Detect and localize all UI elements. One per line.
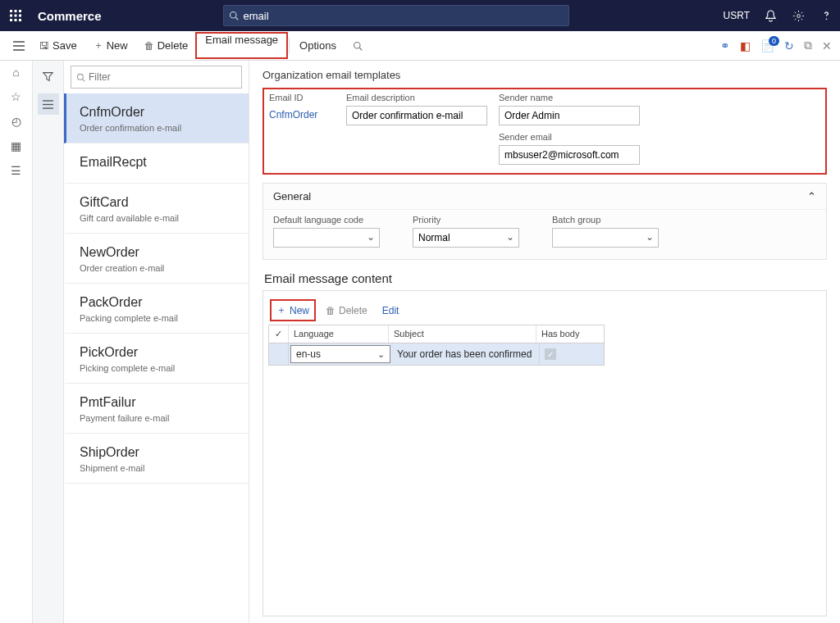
filter-input[interactable] [89, 71, 236, 83]
svg-line-17 [359, 48, 362, 50]
list-item[interactable]: EmailRecpt [64, 143, 249, 184]
list-item[interactable]: PmtFailurPayment failure e-mail [64, 384, 249, 434]
chevron-down-icon[interactable]: ⌄ [377, 349, 385, 360]
general-section: General ⌃ Default language code Priority… [262, 183, 827, 260]
help-icon[interactable] [812, 10, 840, 22]
item-name: GiftCard [80, 195, 235, 210]
email-content-frame: ＋New 🗑Delete Edit ✓ Language Subject Has… [262, 290, 827, 616]
email-desc-input[interactable] [346, 106, 487, 125]
list-item[interactable]: PackOrderPacking complete e-mail [64, 284, 249, 334]
lang-code-select[interactable] [273, 228, 380, 248]
list-item[interactable]: ShipOrderShipment e-mail [64, 434, 249, 484]
action-search-button[interactable] [345, 31, 371, 60]
table-row[interactable]: en-us⌄ Your order has been confirmed ✓ [269, 343, 604, 365]
options-label: Options [299, 39, 336, 52]
item-desc: Order confirmation e-mail [80, 123, 235, 133]
popout-icon[interactable]: ⧉ [804, 39, 812, 52]
nav-toggle-icon[interactable] [7, 31, 31, 60]
item-name: PmtFailur [80, 395, 235, 410]
item-desc: Gift card available e-mail [80, 213, 235, 223]
svg-point-9 [230, 12, 236, 19]
col-language[interactable]: Language [289, 325, 389, 343]
divider [289, 38, 290, 53]
workspace-icon[interactable]: ▦ [11, 139, 21, 152]
svg-rect-0 [10, 10, 12, 12]
svg-rect-8 [19, 19, 21, 21]
settings-icon[interactable] [784, 10, 812, 22]
svg-rect-5 [19, 15, 21, 17]
email-id-value[interactable]: CnfmOrder [269, 106, 335, 121]
svg-point-21 [77, 74, 83, 80]
row-select[interactable] [269, 343, 289, 365]
priority-label: Priority [413, 215, 519, 225]
office-icon[interactable]: ◧ [740, 39, 751, 52]
list-view-icon[interactable] [38, 93, 59, 115]
plus-icon: ＋ [94, 39, 103, 52]
sender-name-input[interactable] [499, 106, 640, 125]
list-item[interactable]: PickOrderPicking complete e-mail [64, 334, 249, 384]
col-select[interactable]: ✓ [269, 325, 289, 343]
emc-new-button[interactable]: ＋New [272, 301, 314, 320]
item-name: EmailRecpt [80, 155, 235, 170]
save-button[interactable]: 🖫Save [31, 31, 85, 60]
favorites-icon[interactable]: ☆ [11, 90, 21, 103]
global-header: Commerce USRT [0, 0, 840, 31]
home-icon[interactable]: ⌂ [12, 66, 19, 79]
collapse-icon[interactable]: ⌃ [807, 190, 816, 202]
refresh-icon[interactable]: ↻ [784, 39, 794, 52]
email-message-button[interactable]: Email message [197, 34, 286, 46]
item-desc: Picking complete e-mail [80, 363, 235, 373]
svg-rect-1 [15, 10, 17, 12]
options-button[interactable]: Options [291, 31, 345, 60]
priority-select[interactable] [413, 228, 519, 248]
new-label: New [107, 39, 128, 52]
list-item[interactable]: GiftCardGift card available e-mail [64, 184, 249, 234]
new-button[interactable]: ＋New [85, 31, 136, 60]
svg-point-11 [797, 14, 800, 17]
app-launcher-icon[interactable] [0, 10, 31, 21]
email-message-label: Email message [205, 34, 278, 46]
list-item[interactable]: NewOrderOrder creation e-mail [64, 234, 249, 284]
filter-pane-icon[interactable] [38, 66, 59, 87]
filter-box[interactable] [71, 66, 242, 89]
item-desc: Order creation e-mail [80, 263, 235, 273]
notifications-icon[interactable] [756, 10, 784, 22]
item-name: PackOrder [80, 295, 235, 310]
emc-edit-button[interactable]: Edit [377, 299, 404, 321]
recent-icon[interactable]: ◴ [11, 115, 21, 128]
email-content-grid: ✓ Language Subject Has body en-us⌄ Your … [268, 325, 605, 366]
modules-icon[interactable]: ☰ [11, 164, 21, 177]
emc-delete-button[interactable]: 🗑Delete [321, 299, 372, 321]
svg-rect-3 [10, 15, 12, 17]
check-icon: ✓ [545, 348, 556, 360]
plus-icon: ＋ [276, 303, 286, 317]
batch-group-select[interactable] [552, 228, 659, 248]
sender-email-input[interactable] [499, 145, 640, 165]
item-desc: Payment failure e-mail [80, 413, 235, 423]
company-picker[interactable]: USRT [717, 10, 756, 21]
row-subject[interactable]: Your order has been confirmed [392, 343, 540, 365]
item-name: NewOrder [80, 245, 235, 260]
item-name: PickOrder [80, 345, 235, 360]
svg-line-22 [83, 79, 85, 81]
general-title: General [273, 190, 311, 202]
svg-point-12 [825, 18, 827, 20]
list-tool-rail [33, 61, 64, 623]
email-id-label: Email ID [269, 93, 335, 102]
page-title: Organization email templates [262, 69, 827, 81]
close-icon[interactable]: ✕ [822, 39, 832, 52]
row-language-input[interactable]: en-us⌄ [290, 345, 390, 363]
trash-icon: 🗑 [326, 305, 336, 316]
col-subject[interactable]: Subject [389, 325, 536, 343]
sender-name-label: Sender name [499, 93, 640, 102]
search-input[interactable] [244, 10, 564, 22]
attach-icon[interactable]: ⚭ [720, 39, 730, 52]
list-item[interactable]: CnfmOrderOrder confirmation e-mail [64, 93, 249, 143]
emc-new-label: New [290, 305, 309, 316]
item-name: CnfmOrder [80, 105, 235, 120]
col-has-body[interactable]: Has body [536, 325, 604, 343]
delete-button[interactable]: 🗑Delete [136, 31, 197, 60]
lang-code-label: Default language code [273, 215, 380, 225]
global-search[interactable] [223, 5, 569, 26]
messages-icon[interactable]: 📄0 [760, 39, 774, 52]
